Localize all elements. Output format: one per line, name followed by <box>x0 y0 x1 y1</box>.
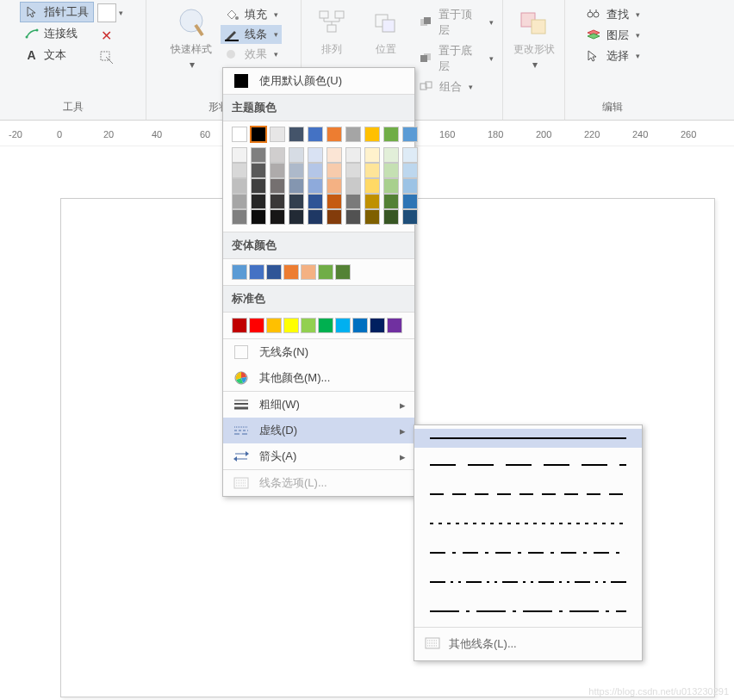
color-swatch[interactable] <box>308 147 323 163</box>
group-button[interactable]: 组合▾ <box>415 77 497 96</box>
color-swatch[interactable] <box>283 264 299 280</box>
delete-icon[interactable]: ✕ <box>97 26 116 45</box>
color-swatch[interactable] <box>383 127 399 142</box>
color-swatch[interactable] <box>251 209 266 225</box>
color-swatch[interactable] <box>364 178 380 194</box>
arrange-button[interactable]: 排列 <box>307 2 358 59</box>
arrows-submenu[interactable]: 箭头(A) ▸ <box>223 443 414 469</box>
color-swatch[interactable] <box>251 127 266 142</box>
color-swatch[interactable] <box>364 163 380 178</box>
color-swatch[interactable] <box>266 264 282 280</box>
more-lines[interactable]: 其他线条(L)... <box>414 631 642 657</box>
pointer-tool[interactable]: 指针工具 <box>20 2 94 22</box>
color-swatch[interactable] <box>308 194 323 209</box>
line-button[interactable]: 线条▾ <box>221 25 282 44</box>
color-swatch[interactable] <box>335 264 351 280</box>
color-swatch[interactable] <box>301 318 316 333</box>
color-swatch[interactable] <box>402 178 418 194</box>
weight-submenu[interactable]: 粗细(W) ▸ <box>223 392 414 418</box>
color-swatch[interactable] <box>402 194 418 209</box>
color-swatch[interactable] <box>289 178 304 194</box>
select-button[interactable]: 选择▾ <box>582 46 644 65</box>
color-swatch[interactable] <box>232 194 247 209</box>
color-swatch[interactable] <box>345 127 361 142</box>
color-swatch[interactable] <box>308 209 323 225</box>
color-swatch[interactable] <box>251 147 266 163</box>
color-swatch[interactable] <box>370 318 385 333</box>
quickstyle-button[interactable]: 快速样式 ▾ <box>165 2 217 75</box>
color-swatch[interactable] <box>345 178 361 194</box>
use-default-color[interactable]: 使用默认颜色(U) <box>223 68 414 94</box>
fill-button[interactable]: 填充▾ <box>221 5 282 24</box>
color-swatch[interactable] <box>308 163 323 178</box>
color-swatch[interactable] <box>327 127 342 142</box>
color-swatch[interactable] <box>345 163 361 178</box>
connector-tool[interactable]: 连接线 <box>20 23 94 44</box>
color-swatch[interactable] <box>249 318 264 333</box>
color-swatch[interactable] <box>402 147 418 163</box>
color-swatch[interactable] <box>383 163 399 178</box>
dash-submenu[interactable]: 虚线(D) ▸ <box>223 418 414 443</box>
dash-long[interactable] <box>414 448 642 477</box>
color-swatch[interactable] <box>249 264 264 280</box>
send-back-button[interactable]: 置于底层▾ <box>415 41 497 76</box>
color-swatch[interactable] <box>266 318 282 333</box>
text-tool[interactable]: A 文本 <box>20 45 94 65</box>
color-swatch[interactable] <box>352 318 368 333</box>
bring-front-button[interactable]: 置于顶层▾ <box>415 5 497 40</box>
color-swatch[interactable] <box>232 147 247 163</box>
color-swatch[interactable] <box>387 318 402 333</box>
color-swatch[interactable] <box>327 194 342 209</box>
color-swatch[interactable] <box>301 264 316 280</box>
color-swatch[interactable] <box>270 178 285 194</box>
color-swatch[interactable] <box>270 127 285 142</box>
color-swatch[interactable] <box>383 147 399 163</box>
color-swatch[interactable] <box>327 147 342 163</box>
dash-dot-dot[interactable] <box>414 565 642 594</box>
dash-solid[interactable] <box>414 429 642 448</box>
color-swatch[interactable] <box>383 209 399 225</box>
color-swatch[interactable] <box>232 264 247 280</box>
color-swatch[interactable] <box>402 209 418 225</box>
position-button[interactable]: 位置 <box>361 2 412 59</box>
find-button[interactable]: 查找▾ <box>582 5 644 24</box>
color-swatch[interactable] <box>289 194 304 209</box>
rect-shape[interactable] <box>97 3 116 22</box>
no-line[interactable]: 无线条(N) <box>223 339 414 365</box>
color-swatch[interactable] <box>327 178 342 194</box>
color-swatch[interactable] <box>289 209 304 225</box>
color-swatch[interactable] <box>270 194 285 209</box>
color-swatch[interactable] <box>289 127 304 142</box>
effect-button[interactable]: 效果▾ <box>221 45 282 64</box>
color-swatch[interactable] <box>232 318 247 333</box>
dash-dot[interactable] <box>414 536 642 565</box>
color-swatch[interactable] <box>327 209 342 225</box>
color-swatch[interactable] <box>283 318 299 333</box>
color-swatch[interactable] <box>345 194 361 209</box>
color-swatch[interactable] <box>308 127 323 142</box>
color-swatch[interactable] <box>270 209 285 225</box>
color-swatch[interactable] <box>289 147 304 163</box>
more-colors[interactable]: 其他颜色(M)... <box>223 365 414 391</box>
color-swatch[interactable] <box>364 194 380 209</box>
color-swatch[interactable] <box>345 209 361 225</box>
color-swatch[interactable] <box>270 163 285 178</box>
color-swatch[interactable] <box>251 163 266 178</box>
color-swatch[interactable] <box>402 163 418 178</box>
color-swatch[interactable] <box>364 147 380 163</box>
color-swatch[interactable] <box>232 127 247 142</box>
color-swatch[interactable] <box>232 163 247 178</box>
color-swatch[interactable] <box>364 127 380 142</box>
crop-icon[interactable] <box>97 48 116 67</box>
dash-dotted[interactable] <box>414 506 642 536</box>
color-swatch[interactable] <box>402 127 418 142</box>
layer-button[interactable]: 图层▾ <box>582 26 644 45</box>
color-swatch[interactable] <box>270 147 285 163</box>
color-swatch[interactable] <box>327 163 342 178</box>
color-swatch[interactable] <box>251 178 266 194</box>
color-swatch[interactable] <box>383 194 399 209</box>
changeshape-button[interactable]: 更改形状▾ <box>508 2 560 75</box>
dash-longdash-dot[interactable] <box>414 594 642 623</box>
color-swatch[interactable] <box>345 147 361 163</box>
dash-medium[interactable] <box>414 477 642 506</box>
